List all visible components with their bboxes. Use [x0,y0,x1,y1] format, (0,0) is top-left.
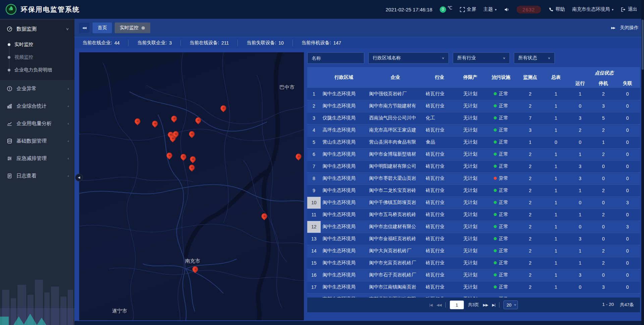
cell-lost: 0 [615,100,640,112]
tab-scroll-right-button[interactable]: ▶▶ [611,26,615,30]
status-dot-icon [494,116,497,119]
col-header-treatment: 治污设施 [485,67,517,88]
vertical-scrollbar[interactable] [641,0,644,325]
table-row[interactable]: 6阆中生态环境局阆中市金博瑞新型墙材砖瓦行业无计划正常21120 [307,148,640,160]
cell-limit: 无计划 [455,257,485,269]
sidebar-item-base-data[interactable]: 基础数据管理‹ [0,132,74,150]
cell-limit: 无计划 [455,112,485,124]
close-icon[interactable]: ⊗ [141,25,145,31]
cell-limit: 无计划 [455,172,485,184]
stat-stopped-devices: 当前停机设备:147 [302,40,350,46]
map-collapse-button[interactable]: ◀ [75,174,83,181]
map[interactable]: 巴中市南充市遂宁市 [79,52,304,320]
cell-limit: 无计划 [455,88,485,100]
tab-scroll-left-button[interactable]: ◀◀ [79,23,89,33]
cell-run: 3 [569,269,592,281]
help-button[interactable]: 帮助 [548,6,565,12]
cell-company: 阆中市南方节能建材有 [367,100,424,112]
cell-points: 2 [517,184,543,197]
prev-page-button[interactable]: ◀◀ [436,303,441,307]
cell-industry: 砖瓦行业 [424,221,455,233]
sidebar-item-label: 基础数据管理 [16,138,47,144]
announcement-button[interactable] [504,7,509,12]
industry-select[interactable]: 所有行业 ∨ [453,52,510,64]
sidebar-item-label: 企业用电量分析 [16,120,52,127]
sidebar-item-enterprise-stats[interactable]: 企业综合统计‹ [0,97,74,115]
status-dot-icon [494,92,497,95]
notification-count-badge[interactable]: 2632 [517,6,541,13]
table-row[interactable]: 2阆中生态环境局阆中市南方节能建材有砖瓦行业无计划正常21030 [307,100,640,112]
cell-region: 阆中生态环境局 [321,245,367,257]
status-select[interactable]: 所有状态 ∨ [514,52,555,64]
sidebar-subitem-label: 企业电力负荷明细 [14,67,52,73]
shell: 数据监测∨实时监控视频监控企业电力负荷明细企业异常‹企业综合统计‹企业用电量分析… [0,19,644,325]
sidebar-subitem-realtime-monitor[interactable]: 实时监控 [0,38,74,51]
table-row[interactable]: 1阆中生态环境局阆中强锐页岩砖厂砖瓦行业无计划正常21120 [307,88,640,100]
fullscreen-button[interactable]: 全屏 [460,6,476,12]
cell-treatment: 正常 [485,257,517,269]
table-row[interactable]: 9阆中生态环境局阆中市二龙长宝页岩砖砖瓦行业无计划正常21120 [307,184,640,197]
table-row[interactable]: 14阆中生态环境局阆中大兴页岩机砖厂砖瓦行业无计划正常21120 [307,245,640,257]
table-row[interactable]: 18南部生态环境局南部县瑞华页岩砖有限砖瓦行业无计划正常21030 [307,293,640,297]
stat-online-enterprises: 当前在线企业:44 [83,40,128,46]
sidebar-item-emergency-mgmt[interactable]: 应急减排管理‹ [0,150,74,167]
table-row[interactable]: 16阆中生态环境局阆中市石子页岩机砖厂砖瓦行业无计划正常21300 [307,269,640,281]
cell-points: 2 [517,197,543,209]
last-page-button[interactable]: ▶| [492,303,495,307]
cell-run: 3 [569,160,592,172]
next-page-button[interactable]: ▶▶ [483,303,488,307]
cell-index: 15 [307,257,321,269]
table-row[interactable]: 17阆中生态环境局阆中市江南镇阆南页岩砖瓦行业无计划正常21030 [307,281,640,293]
table-row[interactable]: 8阆中生态环境局阆中市枣碧大梁山页岩砖瓦行业无计划异常21300 [307,172,640,184]
sidebar-item-label: 企业综合统计 [16,103,47,109]
org-dropdown[interactable]: 南充市生态环境局 ▾ [572,6,613,12]
alert-icon [7,86,12,92]
cell-points: 2 [517,233,543,245]
chevron-down-icon: ∨ [503,56,505,60]
scrollbar-thumb[interactable] [642,19,644,70]
first-page-button[interactable]: |◀ [429,303,432,307]
col-header-meter: 总表 [543,67,568,88]
cell-lost: 3 [615,221,640,233]
theme-dropdown[interactable]: 主题 ▾ [484,6,497,12]
cell-lost: 0 [615,148,640,160]
page-input[interactable] [450,301,464,309]
sidebar-item-enterprise-abnormal[interactable]: 企业异常‹ [0,80,74,97]
cell-company: 阆中市五马桥页岩机砖 [367,209,424,221]
logout-button[interactable]: 退出 [621,6,637,12]
cell-company: 阆中明阳建材有限公司 [367,160,424,172]
map-city-label: 遂宁市 [112,308,127,314]
table-row[interactable]: 10阆中生态环境局阆中千佛镇五郎垭页岩砖瓦行业无计划正常21003 [307,197,640,209]
cell-stop: 2 [592,148,615,160]
table-row[interactable]: 11阆中生态环境局阆中市五马桥页岩机砖砖瓦行业无计划正常21120 [307,209,640,221]
sidebar-item-log-view[interactable]: 日志查看‹ [0,167,74,184]
sidebar-subitem-power-load-detail[interactable]: 企业电力负荷明细 [0,64,74,76]
cell-meters: 1 [543,112,568,124]
stat-online-devices: 当前在线设备:211 [190,40,238,46]
table-row[interactable]: 13阆中生态环境局阆中市金福旺页岩机砖砖瓦行业无计划正常21300 [307,233,640,245]
table-row[interactable]: 3仪陇生态环境局西南油气田分公司川中化工无计划正常71350 [307,112,640,124]
cell-region: 仪陇生态环境局 [321,112,367,124]
table-row[interactable]: 5营山生态环境局营山县润丰肉食品有限食品无计划正常10010 [307,136,640,148]
sidebar-item-data-monitor[interactable]: 数据监测∨ [0,20,74,38]
cell-region: 阆中生态环境局 [321,197,367,209]
table-row[interactable]: 4高坪生态环境局南充市高坪区王家店建砖瓦行业无计划正常31220 [307,124,640,136]
sidebar-menu: 数据监测∨实时监控视频监控企业电力负荷明细企业异常‹企业综合统计‹企业用电量分析… [0,19,74,184]
page-size-select[interactable]: 20 [503,301,518,309]
tab-realtime[interactable]: 实时监控⊗ [115,22,150,33]
region-select[interactable]: 行政区域名称 ∨ [368,52,449,64]
table-row[interactable]: 7阆中生态环境局阆中明阳建材有限公司砖瓦行业无计划正常21300 [307,160,640,172]
table-row[interactable]: 15阆中生态环境局阆中市光富页岩机砖厂砖瓦行业无计划正常21120 [307,257,640,269]
sidebar-item-power-analysis[interactable]: 企业用电量分析‹ [0,115,74,132]
tab-home[interactable]: 首页 [93,22,112,33]
cell-points: 7 [517,112,543,124]
table-row[interactable]: 12阆中生态环境局阆中市忠信建材有限公砖瓦行业无计划正常21003 [307,221,640,233]
cell-index: 11 [307,209,321,221]
sidebar-subitem-video-monitor[interactable]: 视频监控 [0,51,74,64]
temperature-badge: 0 [440,6,446,13]
cell-industry: 砖瓦行业 [424,209,455,221]
close-operations-button[interactable]: 关闭操作 [620,25,639,31]
status-dot-icon [494,141,497,144]
caret-down-icon: ▾ [612,8,613,11]
name-search-input[interactable] [307,52,364,64]
